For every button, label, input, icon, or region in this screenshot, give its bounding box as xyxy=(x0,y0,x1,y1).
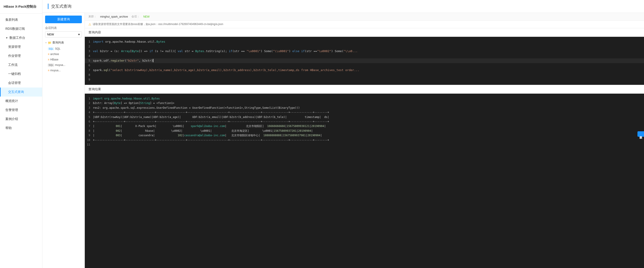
rnum-3: 3 xyxy=(85,106,93,110)
rcontent-3: res2: org.apache.spark.sql.expressions.U… xyxy=(93,106,644,110)
list-item-hbase[interactable]: ≡ HBase xyxy=(43,57,84,62)
session-select-value: NEW xyxy=(47,33,54,36)
code-line-1: 1 import org.apache.hadoop.hbase.util.By… xyxy=(85,40,644,44)
rcontent-6: +------------------+------------------+-… xyxy=(93,119,644,124)
list-item-label-archive: archive xyxy=(50,52,59,56)
info-bar: ⚠ 读取资源管理里面的文件需要添加oss前缀，如a.json：oss://mul… xyxy=(85,20,644,28)
list-item-label-muyua: muyua... xyxy=(50,69,61,72)
line-num-8: 8 xyxy=(85,73,93,78)
sidebar-label-rds: RDS数据订阅 xyxy=(6,27,25,31)
sidebar-label-alert: 告警管理 xyxy=(6,108,18,112)
list-item-sql[interactable]: SQL SQL xyxy=(43,46,84,52)
sidebar-label-interactive-query: 交互式查询 xyxy=(8,90,24,94)
line-num-9: 9 xyxy=(85,78,93,82)
code-line-6: 6 xyxy=(85,63,644,68)
sidebar: HBase X-Pack控制台 集群列表 RDS数据订阅 ▼ 数据工作台 资源管… xyxy=(0,0,42,268)
sidebar-item-job[interactable]: 作业管理 xyxy=(0,52,42,60)
contact-float-button[interactable]: 联系我们 xyxy=(638,131,644,137)
query-list-section: − 📁 查询列表 SQL SQL ≡ archive ≡ HBase S xyxy=(42,39,84,73)
sidebar-item-overview[interactable]: 概览统计 xyxy=(0,96,42,106)
minus-icon: − xyxy=(45,41,47,44)
warning-icon: ⚠ xyxy=(88,22,91,26)
query-list-toggle[interactable]: − 📁 查询列表 xyxy=(43,39,84,46)
session-label: 会话列表 xyxy=(45,26,82,30)
line-num-3: 3 xyxy=(85,49,93,54)
result-line-4: 4 +------------------+------------------… xyxy=(85,110,644,114)
result-line-2: 2 b2str: Array[Byte] => Option[String] =… xyxy=(85,101,644,105)
query-content-title: 查询内容 xyxy=(85,28,644,37)
line-content-3: val b2str = (s: Array[Byte]) => if (s !=… xyxy=(93,49,644,54)
rnum-2: 2 xyxy=(85,101,93,105)
sidebar-label-resource: 资源管理 xyxy=(8,45,21,49)
code-line-9: 9 xyxy=(85,78,644,82)
result-line-10: 10 +------------------+-----------------… xyxy=(85,138,644,142)
query-content-section: 查询内容 1 import org.apache.hadoop.hbase.ut… xyxy=(85,28,644,85)
rcontent-10: +------------------+------------------+-… xyxy=(93,138,644,142)
sql-tag: SQL xyxy=(48,47,54,50)
chevron-down-icon: ▾ xyxy=(78,33,80,36)
sidebar-item-resource[interactable]: 资源管理 xyxy=(0,42,42,52)
sidebar-label-job: 作业管理 xyxy=(8,54,21,58)
stack-icon: ≡ xyxy=(48,52,50,56)
sidebar-item-archive[interactable]: 一键归档 xyxy=(0,70,42,78)
sidebar-label-overview: 概览统计 xyxy=(6,99,18,103)
sidebar-item-alert[interactable]: 告警管理 xyxy=(0,106,42,114)
sidebar-item-case[interactable]: 案例介绍 xyxy=(0,114,42,124)
main-area: 交互式查询 新建查询 会话列表 NEW ▾ − 📁 查询列表 SQL xyxy=(42,0,644,268)
line-num-4: 4 xyxy=(85,54,93,58)
stack-icon-2: ≡ xyxy=(48,58,50,61)
code-line-7: 7 spark.sql("select b2str(rowKey),b2str(… xyxy=(85,68,644,73)
rcontent-11 xyxy=(93,142,644,147)
result-line-5: 5 |UDF:b2str(rowKey)|UDF:b2str(a_name)|U… xyxy=(85,115,644,119)
result-code-area[interactable]: 1 import org.apache.hadoop.hbase.util.By… xyxy=(85,94,644,268)
sidebar-item-help[interactable]: 帮助 xyxy=(0,124,42,133)
cluster-label: 束群： xyxy=(88,15,96,18)
result-line-6: 6 +------------------+------------------… xyxy=(85,119,644,124)
sidebar-item-interactive-query[interactable]: 交互式查询 xyxy=(0,88,42,96)
session-select[interactable]: NEW ▾ xyxy=(45,31,82,38)
rcontent-1: import org.apache.hadoop.hbase.util.Byte… xyxy=(93,96,644,101)
results-section: 查询结果 1 import org.apache.hadoop.hbase.ut… xyxy=(85,85,644,268)
cluster-value: minghui_spark_archive xyxy=(100,15,128,18)
stack-icon-3: ≡ xyxy=(48,69,50,72)
line-num-1: 1 xyxy=(85,40,93,44)
sidebar-label-workbench: 数据工作台 xyxy=(10,36,25,40)
main-content: 新建查询 会话列表 NEW ▾ − 📁 查询列表 SQL SQL xyxy=(42,13,644,268)
rcontent-4: +------------------+------------------+-… xyxy=(93,110,644,114)
rcontent-8: | 002| hbase| \u0002| \u0001| 北京市海淀区| \u… xyxy=(93,128,644,133)
code-line-3: 3 val b2str = (s: Array[Byte]) => if (s … xyxy=(85,49,644,54)
list-item-muyua-sql[interactable]: SQL muyua... xyxy=(43,62,84,68)
page-header: 交互式查询 xyxy=(42,0,644,13)
rcontent-2: b2str: Array[Byte] => Option[String] = <… xyxy=(93,101,644,105)
rnum-10: 10 xyxy=(85,138,93,142)
sidebar-item-cluster-list[interactable]: 集群列表 xyxy=(0,15,42,24)
line-num-6: 6 xyxy=(85,63,93,68)
list-item-archive[interactable]: ≡ archive xyxy=(43,52,84,57)
query-top-bar: 束群： minghui_spark_archive 会话： NEW xyxy=(85,13,644,20)
rnum-9: 9 xyxy=(85,133,93,138)
rnum-6: 6 xyxy=(85,119,93,124)
rnum-5: 5 xyxy=(85,115,93,119)
new-query-button[interactable]: 新建查询 xyxy=(45,16,82,23)
sidebar-label-workflow: 工作流 xyxy=(8,63,18,67)
folder-icon: 📁 xyxy=(48,41,52,44)
sidebar-item-rds[interactable]: RDS数据订阅 xyxy=(0,24,42,34)
result-line-7: 7 | 001| X-Pack spark| \u0001| spark@ali… xyxy=(85,124,644,128)
result-line-11: 11 xyxy=(85,142,644,147)
page-title: 交互式查询 xyxy=(48,4,72,9)
sidebar-item-session[interactable]: 会话管理 xyxy=(0,78,42,88)
sidebar-item-workflow[interactable]: 工作流 xyxy=(0,60,42,70)
rcontent-9: | 003| cassandra| 102|cassandra@alibaba-… xyxy=(93,133,644,138)
sidebar-item-workbench[interactable]: ▼ 数据工作台 xyxy=(0,34,42,42)
line-num-5: 5 xyxy=(85,58,93,63)
list-item-muyua[interactable]: ≡ muyua... xyxy=(43,68,84,73)
session-value-top: NEW xyxy=(143,15,150,18)
rnum-4: 4 xyxy=(85,110,93,114)
sidebar-label-help: 帮助 xyxy=(6,126,12,130)
code-line-2: 2 xyxy=(85,44,644,49)
query-area: 束群： minghui_spark_archive 会话： NEW ⚠ 读取资源… xyxy=(85,13,644,268)
line-content-5: spark.udf.register("b2str", b2str) xyxy=(93,58,644,63)
code-editor[interactable]: 1 import org.apache.hadoop.hbase.util.By… xyxy=(85,37,644,85)
list-item-label-muyua-sql: muyua... xyxy=(55,64,66,66)
code-line-4: 4 xyxy=(85,54,644,58)
